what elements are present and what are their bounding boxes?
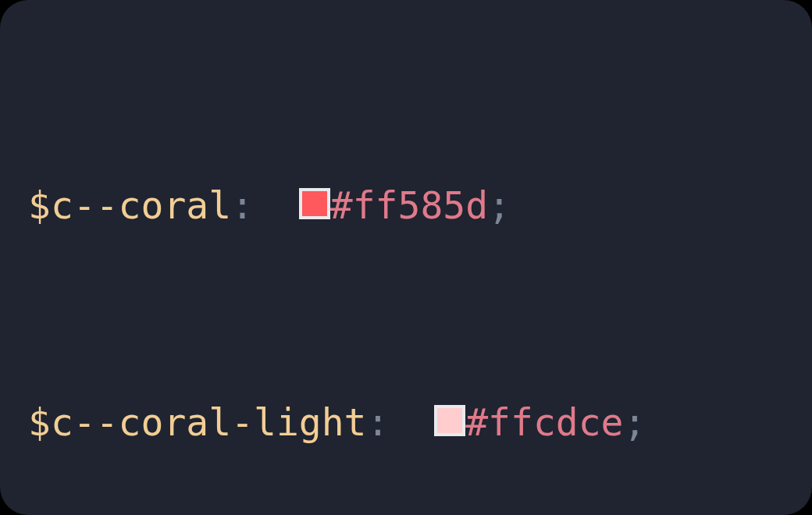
color-value: #ffcdce (465, 403, 623, 441)
color-value: #ff585d (330, 186, 488, 224)
code-line: $c--coral: #ff585d; (28, 172, 812, 239)
variable-name: $c--coral-light (28, 403, 366, 441)
colon: : (366, 403, 389, 441)
semicolon: ; (488, 186, 511, 224)
variable-name: $c--coral (28, 186, 231, 224)
colon: : (231, 186, 254, 224)
code-line: $c--coral-light: #ffcdce; (28, 389, 812, 456)
color-swatch (434, 405, 465, 436)
color-swatch (299, 188, 330, 219)
code-editor[interactable]: $c--coral: #ff585d; $c--coral-light: #ff… (0, 0, 812, 515)
semicolon: ; (623, 403, 646, 441)
